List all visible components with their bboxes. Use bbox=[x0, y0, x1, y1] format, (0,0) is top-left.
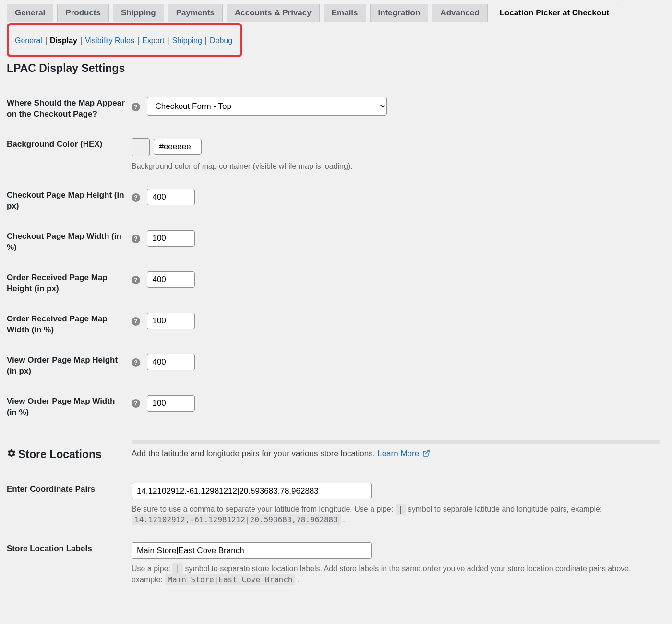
order-received-width-input[interactable] bbox=[147, 313, 195, 329]
subtab-shipping[interactable]: Shipping bbox=[172, 36, 202, 45]
subtab-general[interactable]: General bbox=[15, 36, 42, 45]
checkout-height-input[interactable] bbox=[147, 189, 195, 205]
store-labels-description: Use a pipe: | symbol to separate store l… bbox=[132, 564, 660, 585]
svg-line-0 bbox=[426, 450, 429, 454]
gear-icon bbox=[7, 447, 16, 462]
order-received-width-label: Order Received Page Map Width (in %) bbox=[7, 304, 132, 345]
separator: | bbox=[45, 36, 47, 45]
sub-tabs: General | Display | Visibility Rules | E… bbox=[12, 31, 235, 51]
store-labels-label: Store Location Labels bbox=[7, 534, 132, 594]
view-order-height-label: View Order Page Map Height (in px) bbox=[7, 345, 132, 387]
tab-advanced[interactable]: Advanced bbox=[432, 4, 487, 22]
external-link-icon bbox=[422, 449, 430, 459]
bg-color-input[interactable] bbox=[154, 139, 202, 155]
subtab-export[interactable]: Export bbox=[142, 36, 164, 45]
subtab-display[interactable]: Display bbox=[50, 36, 77, 45]
labels-example-code: Main Store|East Cove Branch bbox=[165, 574, 295, 585]
store-locations-heading: Store Locations bbox=[7, 447, 126, 462]
checkout-width-label: Checkout Page Map Width (in %) bbox=[7, 222, 132, 263]
bg-color-label: Background Color (HEX) bbox=[7, 130, 132, 180]
bg-color-description: Background color of map container (visib… bbox=[132, 161, 660, 172]
separator: | bbox=[137, 36, 139, 45]
tab-location-picker-at-checkout[interactable]: Location Picker at Checkout bbox=[492, 4, 618, 22]
main-tabs-wrapper: General Products Shipping Payments Accou… bbox=[7, 4, 665, 22]
help-icon[interactable]: ? bbox=[132, 358, 140, 367]
tab-products[interactable]: Products bbox=[57, 4, 109, 22]
view-order-width-input[interactable] bbox=[147, 395, 195, 412]
store-labels-input[interactable] bbox=[132, 542, 372, 559]
coord-example-code: 14.12102912,-61.12981212|20.593683,78.96… bbox=[132, 514, 341, 525]
help-icon[interactable]: ? bbox=[132, 103, 140, 111]
order-received-height-label: Order Received Page Map Height (in px) bbox=[7, 263, 132, 304]
color-swatch[interactable] bbox=[132, 138, 150, 156]
subtab-visibility-rules[interactable]: Visibility Rules bbox=[85, 36, 134, 45]
tab-general[interactable]: General bbox=[7, 4, 53, 22]
view-order-height-input[interactable] bbox=[147, 354, 195, 370]
store-locations-intro: Add the latitude and longitude pairs for… bbox=[132, 449, 660, 459]
section-divider bbox=[132, 440, 660, 444]
order-received-height-input[interactable] bbox=[147, 271, 195, 288]
view-order-width-label: View Order Page Map Width (in %) bbox=[7, 387, 132, 428]
coord-pairs-input[interactable] bbox=[132, 483, 372, 499]
help-icon[interactable]: ? bbox=[132, 276, 140, 284]
tab-shipping[interactable]: Shipping bbox=[113, 4, 164, 22]
store-locations-title: Store Locations bbox=[18, 447, 102, 462]
tab-payments[interactable]: Payments bbox=[168, 4, 223, 22]
help-icon[interactable]: ? bbox=[132, 193, 140, 202]
where-map-select[interactable]: Checkout Form - Top bbox=[147, 97, 387, 116]
pipe-code: | bbox=[396, 504, 406, 515]
checkout-width-input[interactable] bbox=[147, 230, 195, 247]
subtab-debug[interactable]: Debug bbox=[210, 36, 232, 45]
tab-emails[interactable]: Emails bbox=[324, 4, 366, 22]
help-icon[interactable]: ? bbox=[132, 317, 140, 326]
tab-integration[interactable]: Integration bbox=[370, 4, 429, 22]
separator: | bbox=[167, 36, 169, 45]
coord-pairs-description: Be sure to use a comma to separate your … bbox=[132, 504, 660, 526]
tab-accounts-privacy[interactable]: Accounts & Privacy bbox=[227, 4, 320, 22]
separator: | bbox=[205, 36, 207, 45]
where-map-label: Where Should the Map Appear on the Check… bbox=[7, 88, 132, 130]
coord-pairs-label: Enter Coordinate Pairs bbox=[7, 474, 132, 534]
help-icon[interactable]: ? bbox=[132, 399, 140, 408]
separator: | bbox=[80, 36, 82, 45]
page-title: LPAC Display Settings bbox=[7, 62, 665, 75]
subtabs-highlight: General | Display | Visibility Rules | E… bbox=[7, 23, 242, 57]
pipe-code: | bbox=[172, 563, 183, 574]
checkout-height-label: Checkout Page Map Height (in px) bbox=[7, 180, 132, 222]
help-icon[interactable]: ? bbox=[132, 235, 140, 243]
learn-more-link[interactable]: Learn More bbox=[377, 449, 430, 458]
